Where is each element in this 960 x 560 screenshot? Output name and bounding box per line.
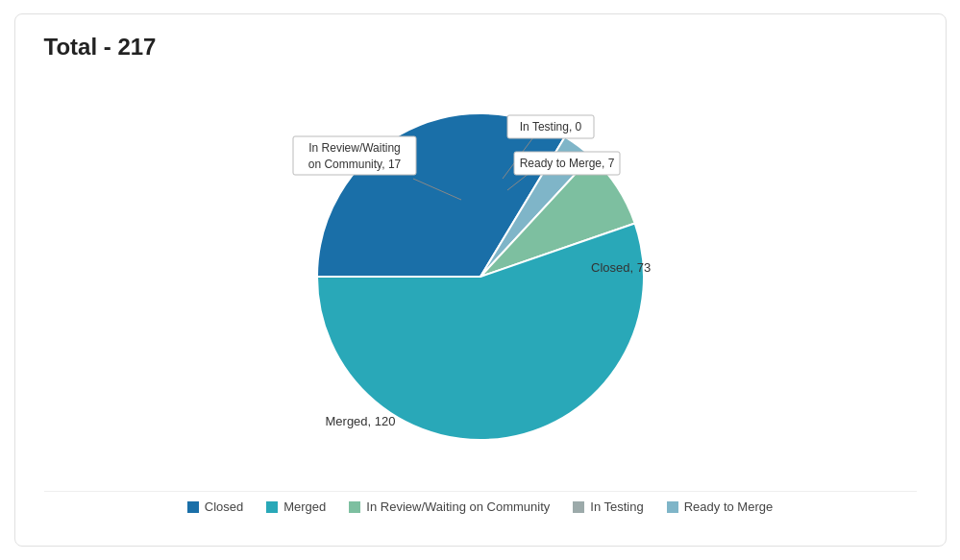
legend-item: Closed — [187, 499, 243, 514]
chart-title: Total - 217 — [44, 34, 917, 61]
legend-item: Ready to Merge — [667, 499, 774, 514]
legend-swatch — [573, 501, 584, 513]
pie-chart-svg: In Testing, 0 Ready to Merge, 7 In Revie… — [115, 75, 846, 478]
legend-label: In Review/Waiting on Community — [366, 499, 550, 514]
svg-text:on Community, 17: on Community, 17 — [308, 158, 401, 171]
legend-label: Ready to Merge — [684, 499, 774, 514]
legend-item: In Testing — [573, 499, 643, 514]
legend-label: In Testing — [590, 499, 643, 514]
callout-in-testing: In Testing, 0 — [519, 120, 581, 134]
callout-in-review: In Review/Waiting — [308, 141, 401, 155]
legend-swatch — [266, 501, 278, 513]
callout-ready-to-merge: Ready to Merge, 7 — [519, 157, 614, 170]
legend-item: Merged — [266, 499, 326, 514]
callout-closed: Closed, 73 — [591, 260, 651, 275]
callout-merged: Merged, 120 — [325, 414, 395, 428]
legend-label: Merged — [283, 499, 326, 514]
legend: ClosedMergedIn Review/Waiting on Communi… — [44, 491, 917, 514]
legend-item: In Review/Waiting on Community — [349, 499, 550, 514]
legend-swatch — [187, 501, 199, 513]
legend-swatch — [349, 501, 360, 513]
legend-swatch — [667, 501, 678, 513]
chart-area: In Testing, 0 Ready to Merge, 7 In Revie… — [44, 70, 917, 483]
legend-label: Closed — [205, 499, 243, 514]
chart-container: Total - 217 In Testing, 0 Ready to Merge… — [14, 13, 947, 547]
